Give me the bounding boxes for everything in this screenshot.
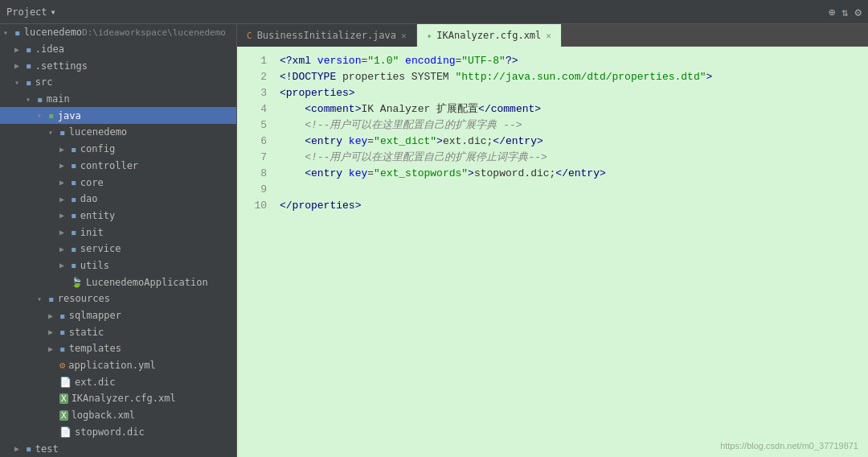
sync-icon[interactable]: ⊕ — [829, 6, 835, 19]
sidebar-item-lucenedemo-root[interactable]: ▾▪lucenedemo D:\ideaworkspace\lucenedemo — [0, 24, 236, 41]
sidebar-item-config[interactable]: ▶▪config — [0, 141, 236, 158]
watermark: https://blog.csdn.net/m0_37719871 — [720, 441, 858, 451]
folder-icon: ▪ — [59, 310, 66, 322]
sidebar-item-lucenedemo2[interactable]: ▾▪lucenedemo — [0, 124, 236, 141]
tab-close-IKAnalyzer[interactable]: ✕ — [546, 31, 551, 41]
tree-arrow: ▶ — [59, 145, 71, 154]
sidebar-item-static[interactable]: ▶▪static — [0, 323, 236, 340]
sidebar-item-java[interactable]: ▾▪java — [0, 107, 236, 124]
sidebar-item-application.yml[interactable]: ⚙application.yml — [0, 357, 236, 374]
tree-label: test — [35, 443, 59, 455]
folder-icon: ▪ — [71, 176, 77, 188]
sidebar-item-logback.xml[interactable]: Xlogback.xml — [0, 407, 236, 424]
tab-IKAnalyzer[interactable]: ✦ IKAnalyzer.cfg.xml ✕ — [417, 24, 562, 47]
sidebar-item-init[interactable]: ▶▪init — [0, 224, 236, 241]
tree-label: ext.dic — [75, 377, 116, 388]
tab-label-active: IKAnalyzer.cfg.xml — [436, 30, 541, 41]
sidebar-item-LucenedemoApplication[interactable]: 🍃LucenedemoApplication — [0, 274, 236, 290]
tree-label: lucenedemo — [24, 27, 82, 38]
tab-label: BusinessInitializer.java — [257, 30, 396, 41]
sort-icon[interactable]: ⇅ — [841, 6, 848, 19]
sidebar-item-templates[interactable]: ▶▪templates — [0, 340, 236, 357]
sidebar-item-ext.dic[interactable]: 📄ext.dic — [0, 373, 236, 390]
tree-label: IKAnalyzer.cfg.xml — [72, 393, 176, 404]
tab-xml-icon: ✦ — [427, 31, 432, 41]
code-area[interactable]: 1 2 3 4 5 6 7 8 9 10 <?xml version="1.0"… — [237, 47, 868, 457]
folder-icon: ▪ — [71, 226, 77, 238]
tree-arrow: ▶ — [48, 327, 59, 336]
main-layout: ▾▪lucenedemo D:\ideaworkspace\lucenedemo… — [0, 24, 868, 457]
line-numbers: 1 2 3 4 5 6 7 8 9 10 — [237, 47, 273, 457]
folder-icon: ▪ — [71, 259, 77, 271]
tree-label: main — [47, 93, 70, 105]
project-label: Project — [6, 6, 47, 18]
top-bar-icons: ⊕ ⇅ ⚙ — [829, 6, 862, 19]
tree-arrow: ▾ — [37, 294, 48, 303]
tree-arrow: ▶ — [59, 228, 71, 237]
sidebar-item-core[interactable]: ▶▪core — [0, 174, 236, 191]
tree-arrow: ▾ — [14, 78, 26, 87]
xml-icon: X — [59, 410, 68, 421]
tree-label: logback.xml — [72, 410, 135, 421]
sidebar-item-utils[interactable]: ▶▪utils — [0, 257, 236, 274]
code-content[interactable]: <?xml version="1.0" encoding="UTF-8"?> <… — [273, 47, 868, 457]
tab-bar: C BusinessInitializer.java ✕ ✦ IKAnalyze… — [237, 24, 868, 47]
tab-close-BusinessInitializer[interactable]: ✕ — [401, 31, 407, 41]
folder-icon: ▪ — [14, 27, 21, 39]
sidebar-item-entity[interactable]: ▶▪entity — [0, 208, 236, 224]
project-title[interactable]: Project ▾ — [6, 6, 56, 18]
sidebar-item-sqlmapper[interactable]: ▶▪sqlmapper — [0, 307, 236, 324]
tree-label: java — [58, 110, 81, 121]
sidebar-item-src[interactable]: ▾▪src — [0, 74, 236, 91]
tree-arrow: ▾ — [37, 111, 48, 120]
tab-java-icon: C — [247, 31, 252, 41]
tree-label: dao — [80, 193, 98, 204]
sidebar-item-controller[interactable]: ▶▪controller — [0, 158, 236, 175]
sidebar-item-test[interactable]: ▶▪test — [0, 440, 236, 457]
tree-arrow: ▶ — [59, 195, 71, 204]
tree-label: controller — [80, 160, 138, 171]
sidebar-item-stopword.dic[interactable]: 📄stopword.dic — [0, 424, 236, 441]
folder-icon: ▪ — [37, 93, 43, 105]
tree-label: init — [80, 227, 104, 238]
project-sidebar[interactable]: ▾▪lucenedemo D:\ideaworkspace\lucenedemo… — [0, 24, 237, 457]
sidebar-item-resources[interactable]: ▾▪resources — [0, 290, 236, 307]
folder-icon: ▪ — [59, 126, 66, 138]
tree-arrow: ▾ — [48, 128, 59, 137]
dic-icon: 📄 — [59, 426, 72, 438]
folder-icon: ▪ — [71, 143, 77, 155]
sidebar-item-IKAnalyzer.cfg.xml[interactable]: XIKAnalyzer.cfg.xml — [0, 390, 236, 407]
sidebar-item-settings[interactable]: ▶▪.settings — [0, 57, 236, 74]
tree-label: utils — [80, 260, 109, 271]
tree-label: service — [80, 243, 121, 254]
tree-label: application.yml — [68, 360, 155, 371]
project-dropdown[interactable]: ▾ — [51, 6, 56, 18]
sidebar-item-service[interactable]: ▶▪service — [0, 241, 236, 257]
tree-label: config — [80, 143, 115, 154]
yml-icon: ⚙ — [59, 360, 65, 371]
folder-icon: ▪ — [71, 209, 77, 221]
tree-label: core — [80, 177, 104, 188]
sidebar-item-main[interactable]: ▾▪main — [0, 91, 236, 108]
folder-icon: ▪ — [71, 193, 77, 205]
tree-arrow: ▶ — [59, 178, 71, 187]
xml-icon: X — [59, 393, 68, 404]
tree-arrow: ▶ — [59, 161, 71, 170]
tree-arrow: ▶ — [48, 311, 59, 320]
tree-label: templates — [69, 343, 121, 354]
tree-arrow: ▶ — [14, 444, 26, 453]
tree-arrow: ▾ — [3, 28, 14, 37]
folder-icon: ▪ — [48, 109, 55, 121]
settings-icon[interactable]: ⚙ — [855, 6, 862, 19]
editor-area: C BusinessInitializer.java ✕ ✦ IKAnalyze… — [237, 24, 868, 457]
folder-icon: ▪ — [59, 326, 66, 338]
sidebar-item-dao[interactable]: ▶▪dao — [0, 191, 236, 208]
tree-label: entity — [80, 210, 115, 221]
app-icon: 🍃 — [71, 277, 83, 288]
tree-arrow: ▾ — [26, 95, 37, 104]
sidebar-item-idea[interactable]: ▶▪.idea — [0, 41, 236, 58]
tab-BusinessInitializer[interactable]: C BusinessInitializer.java ✕ — [237, 24, 417, 47]
tree-arrow: ▶ — [59, 245, 71, 253]
folder-icon: ▪ — [26, 443, 32, 455]
tree-arrow: ▶ — [14, 45, 26, 54]
